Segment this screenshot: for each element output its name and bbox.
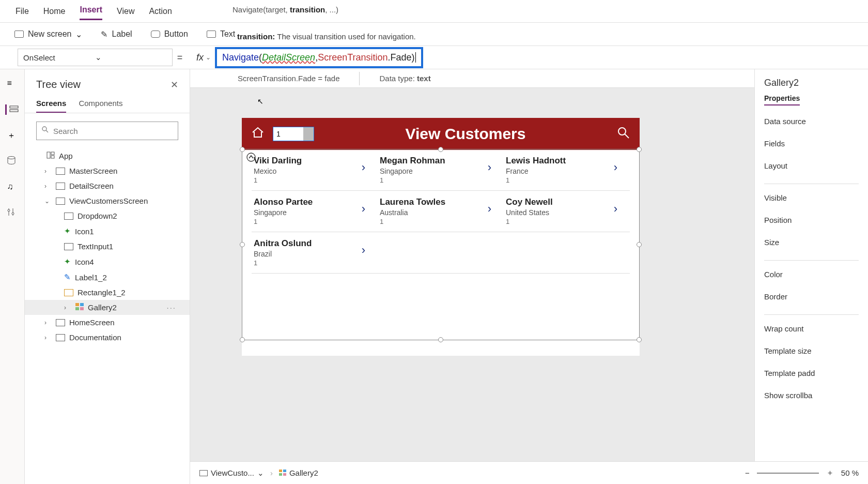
tab-components[interactable]: Components (79, 99, 122, 113)
tree-item[interactable]: TextInput1 (25, 239, 190, 254)
property-selector[interactable]: OnSelect ⌄ (18, 49, 173, 66)
formula-input[interactable]: Navigate(DetailScreen, ScreenTransition.… (215, 47, 423, 68)
menu-insert[interactable]: Insert (80, 2, 102, 20)
chevron-right-icon[interactable]: › (614, 202, 617, 216)
tree-item-app[interactable]: App (25, 148, 190, 163)
zoom-out-button[interactable]: − (745, 468, 750, 477)
tree-item[interactable]: Rectangle1_2 (25, 285, 190, 300)
svg-point-6 (12, 213, 14, 215)
customer-name: Viki Darling (254, 156, 376, 166)
property-row[interactable]: Data source (764, 117, 859, 126)
chevron-down-icon (303, 127, 314, 141)
label-button[interactable]: ✎ Label (101, 29, 132, 39)
chevron-down-icon[interactable]: ⌄ (206, 54, 211, 61)
zoom-slider[interactable] (757, 473, 819, 474)
chevron-right-icon[interactable]: › (488, 202, 491, 216)
zoom-in-button[interactable]: ＋ (826, 468, 834, 478)
tab-properties[interactable]: Properties (764, 94, 800, 105)
media-icon[interactable]: ♫ (7, 182, 18, 192)
left-rail: ≡ ＋ ♫ (0, 69, 25, 484)
chevron-right-icon[interactable]: › (614, 161, 617, 174)
customer-country: Australia (380, 208, 502, 217)
property-row[interactable]: Position (764, 216, 859, 224)
property-row[interactable]: Wrap count (764, 324, 859, 333)
text-button[interactable]: Text (207, 29, 235, 39)
menu-view[interactable]: View (117, 4, 134, 19)
search-icon (42, 126, 49, 135)
chevron-down-icon: ⌄ (75, 29, 82, 39)
chevron-right-icon[interactable]: › (488, 161, 491, 174)
menu-home[interactable]: Home (43, 4, 66, 19)
gallery-cell[interactable] (378, 232, 504, 273)
property-row[interactable]: Template size (764, 346, 859, 355)
chevron-right-icon[interactable]: › (362, 161, 365, 174)
svg-line-17 (625, 134, 629, 138)
property-row[interactable]: Show scrollba (764, 391, 859, 400)
canvas-area[interactable]: ↖ 1 View Customers Viki DarlingMexico1›M… (190, 88, 754, 461)
param-tooltip: transition: The visual transition used f… (237, 32, 416, 41)
customer-number: 1 (254, 259, 376, 267)
chevron-right-icon[interactable]: › (362, 202, 365, 216)
hamburger-icon[interactable]: ≡ (7, 79, 18, 89)
breadcrumb-control[interactable]: Gallery2 (279, 468, 318, 477)
label-icon: ✎ (101, 29, 107, 39)
button-button[interactable]: Button (151, 29, 188, 39)
menu-action[interactable]: Action (149, 4, 172, 19)
tree-item[interactable]: Dropdown2 (25, 208, 190, 223)
svg-rect-19 (279, 470, 282, 472)
customer-number: 1 (380, 218, 502, 225)
search-input[interactable] (53, 127, 173, 135)
tree-item[interactable]: ›DetailScreen (25, 178, 190, 193)
tree-item[interactable]: ✦Icon4 (25, 254, 190, 269)
gallery-cell[interactable]: Viki DarlingMexico1› (252, 149, 378, 190)
database-icon[interactable] (7, 156, 18, 167)
gallery-cell[interactable]: Alonso ParteeSingapore1› (252, 191, 378, 232)
menu-file[interactable]: File (16, 4, 29, 19)
new-screen-button[interactable]: New screen ⌄ (14, 29, 82, 39)
gallery-row: Alonso ParteeSingapore1›Laurena TowlesAu… (252, 191, 630, 232)
svg-rect-10 (51, 152, 54, 155)
tree-item[interactable]: ⌄ViewCustomersScreen (25, 193, 190, 208)
tree-item[interactable]: ›Documentation (25, 330, 190, 345)
property-row[interactable]: Layout (764, 161, 859, 170)
svg-point-2 (8, 157, 15, 159)
text-icon (207, 31, 216, 38)
header-dropdown[interactable]: 1 (273, 127, 314, 141)
tree-item[interactable]: ✦Icon1 (25, 223, 190, 239)
tab-screens[interactable]: Screens (36, 99, 66, 113)
close-icon[interactable]: ✕ (171, 79, 178, 90)
tree-search[interactable] (36, 122, 178, 140)
breadcrumb-screen[interactable]: ViewCusto... ⌄ (199, 468, 264, 478)
search-icon[interactable] (617, 126, 630, 142)
gallery-cell[interactable]: Laurena TowlesAustralia1› (378, 191, 504, 232)
home-icon[interactable] (251, 126, 265, 142)
property-row[interactable]: Color (764, 270, 859, 279)
property-row[interactable]: Fields (764, 139, 859, 148)
props-control-name: Gallery2 (764, 78, 859, 88)
svg-rect-11 (51, 156, 54, 158)
gallery-cell[interactable]: Lewis HadnottFrance1› (504, 149, 630, 190)
svg-rect-15 (80, 307, 84, 310)
fx-icon[interactable]: fx (196, 52, 204, 63)
gallery-selection[interactable]: Viki DarlingMexico1›Megan RohmanSingapor… (242, 149, 640, 340)
property-row[interactable]: Visible (764, 193, 859, 202)
dropdown-icon (64, 213, 73, 220)
tree-item[interactable]: ›MasterScreen (25, 163, 190, 178)
tree-item-selected[interactable]: › Gallery2 ··· (25, 300, 190, 315)
property-row[interactable]: Template padd (764, 369, 859, 377)
plus-icon[interactable]: ＋ (7, 130, 18, 141)
tree-item[interactable]: ›HomeScreen (25, 315, 190, 330)
gallery-cell[interactable]: Megan RohmanSingapore1› (378, 149, 504, 190)
tree-item[interactable]: ✎Label1_2 (25, 269, 190, 285)
tree-view-icon[interactable] (5, 104, 16, 115)
gallery-cell[interactable]: Coy NewellUnited States1› (504, 191, 630, 232)
gallery-cell[interactable] (504, 232, 630, 273)
property-row[interactable]: Size (764, 238, 859, 247)
gallery-cell[interactable]: Anitra OslundBrazil1› (252, 232, 378, 273)
chevron-right-icon[interactable]: › (362, 244, 365, 257)
zoom-control[interactable]: − ＋ 50 % (745, 468, 859, 478)
more-icon[interactable]: ··· (166, 303, 176, 312)
customer-number: 1 (254, 176, 376, 184)
settings-icon[interactable] (7, 208, 18, 218)
property-row[interactable]: Border (764, 292, 859, 301)
